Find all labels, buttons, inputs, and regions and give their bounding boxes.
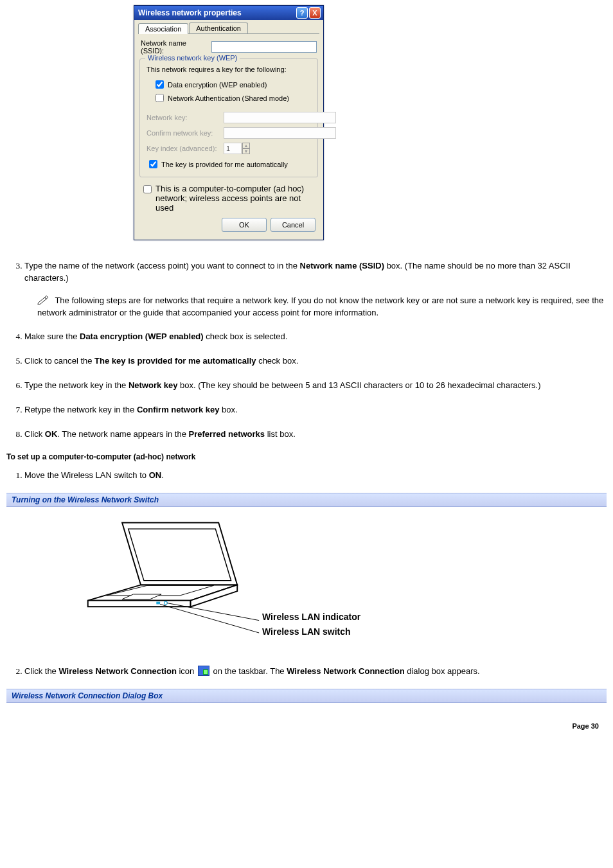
wep-groupbox: Wireless network key (WEP) This network … bbox=[139, 58, 318, 177]
dialog-titlebar: Wireless network properties ? X bbox=[134, 6, 323, 20]
note-icon bbox=[37, 296, 50, 305]
confirm-key-label: Confirm network key: bbox=[147, 129, 224, 137]
key-index-label: Key index (advanced): bbox=[147, 145, 224, 152]
data-encryption-label: Data encryption (WEP enabled) bbox=[168, 81, 267, 89]
auto-key-checkbox[interactable] bbox=[149, 160, 157, 168]
network-key-label: Network key: bbox=[147, 114, 224, 121]
confirm-key-input[interactable] bbox=[224, 127, 336, 139]
dialog-title: Wireless network properties bbox=[138, 8, 295, 17]
svg-marker-5 bbox=[88, 601, 191, 607]
ssid-input[interactable] bbox=[211, 41, 317, 53]
step-5: Click to cancel the The key is provided … bbox=[24, 355, 608, 368]
key-index-spinner[interactable]: ▲▼ bbox=[242, 143, 250, 154]
key-index-input[interactable] bbox=[224, 143, 242, 154]
figure-label-switch: Wireless LAN switch bbox=[262, 624, 360, 639]
data-encryption-checkbox[interactable] bbox=[155, 80, 164, 89]
svg-rect-7 bbox=[156, 602, 160, 605]
laptop-illustration bbox=[63, 513, 262, 650]
adhoc-subheading: To set up a computer-to-computer (ad-hoc… bbox=[6, 452, 608, 461]
wireless-connection-icon bbox=[198, 666, 209, 676]
tab-association[interactable]: Association bbox=[138, 23, 188, 34]
wireless-properties-dialog: Wireless network properties ? X Associat… bbox=[134, 5, 608, 240]
network-key-input[interactable] bbox=[224, 112, 336, 123]
close-icon[interactable]: X bbox=[309, 7, 321, 19]
instruction-list-b: Move the Wireless LAN switch to ON. bbox=[24, 469, 608, 482]
network-auth-label: Network Authentication (Shared mode) bbox=[168, 94, 289, 102]
step-8: Click OK. The network name appears in th… bbox=[24, 428, 608, 441]
help-icon[interactable]: ? bbox=[296, 7, 308, 19]
network-auth-checkbox[interactable] bbox=[155, 94, 164, 102]
step-4: Make sure the Data encryption (WEP enabl… bbox=[24, 330, 608, 343]
figure-caption-wnc: Wireless Network Connection Dialog Box bbox=[6, 689, 607, 703]
note-text: The following steps are for networks tha… bbox=[37, 296, 603, 317]
step-b2: Click the Wireless Network Connection ic… bbox=[24, 665, 608, 678]
figure-label-indicator: Wireless LAN indicator bbox=[262, 610, 360, 624]
step-6: Type the network key in the Network key … bbox=[24, 379, 608, 392]
ssid-label: Network name (SSID): bbox=[141, 39, 211, 55]
ok-button[interactable]: OK bbox=[222, 218, 267, 232]
wep-intro: This network requires a key for the foll… bbox=[147, 66, 312, 73]
page-number: Page 30 bbox=[5, 722, 599, 730]
svg-line-10 bbox=[160, 605, 259, 633]
laptop-figure: Wireless LAN indicator Wireless LAN swit… bbox=[63, 513, 608, 650]
step-7: Retype the network key in the Confirm ne… bbox=[24, 403, 608, 416]
wep-legend: Wireless network key (WEP) bbox=[145, 54, 240, 62]
step-b1: Move the Wireless LAN switch to ON. bbox=[24, 469, 608, 482]
cancel-button[interactable]: Cancel bbox=[271, 218, 315, 232]
step-3: Type the name of the network (access poi… bbox=[24, 260, 608, 319]
auto-key-label: The key is provided for me automatically bbox=[161, 161, 288, 168]
instruction-list-b2: Click the Wireless Network Connection ic… bbox=[24, 665, 608, 678]
note-block: The following steps are for networks tha… bbox=[37, 295, 608, 319]
instruction-list-a: Type the name of the network (access poi… bbox=[24, 260, 608, 441]
adhoc-checkbox[interactable] bbox=[143, 185, 152, 193]
figure-caption-switch: Turning on the Wireless Network Switch bbox=[6, 493, 607, 507]
svg-line-9 bbox=[167, 603, 259, 621]
tab-authentication[interactable]: Authentication bbox=[189, 22, 248, 33]
svg-marker-1 bbox=[129, 529, 231, 581]
adhoc-label: This is a computer-to-computer (ad hoc) … bbox=[155, 184, 316, 213]
